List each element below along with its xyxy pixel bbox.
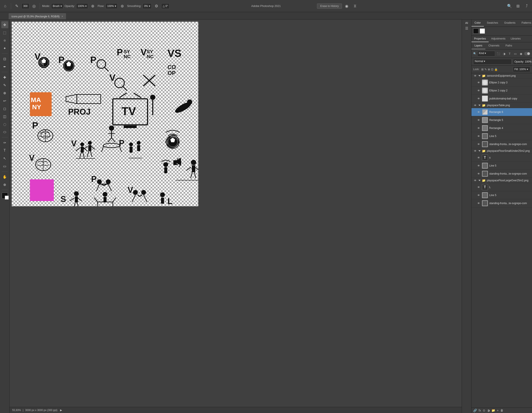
shape-tool[interactable]: ▭ — [1, 163, 8, 170]
layer-item-publicdomain-ball[interactable]: 👁 publicdomainq-ball copy — [471, 95, 532, 103]
home-icon[interactable]: ⌂ — [2, 3, 9, 10]
lasso-tool[interactable]: ⌾ — [1, 37, 8, 44]
zoom-tool[interactable]: ⊕ — [1, 181, 8, 188]
tab-layers[interactable]: Layers — [471, 42, 485, 49]
layer-group-floor-small[interactable]: 👁 📁 playspaceFloorSmallUnder25m2.png — [471, 148, 532, 154]
share-icon[interactable]: ⤴ — [523, 3, 530, 10]
history-brush-tool[interactable]: ↩ — [1, 97, 8, 104]
magic-wand-tool[interactable]: ✦ — [1, 45, 8, 52]
symmetry-icon[interactable]: ⧖ — [352, 3, 358, 10]
move-tool[interactable]: ✥ — [1, 21, 8, 28]
workspace-icon[interactable]: ⊞ — [515, 3, 522, 10]
layer-item-standing3[interactable]: 👁 standing-fronta...te-svgrepo-com — [471, 199, 532, 207]
crop-tool[interactable]: ⊡ — [1, 55, 8, 62]
blur-tool[interactable]: ◌ — [1, 121, 8, 128]
path-selection-tool[interactable]: ↖ — [1, 155, 8, 162]
smoothing-settings-icon[interactable]: ⚙ — [153, 3, 160, 10]
lock-pixels-icon[interactable]: ⊞ — [481, 68, 484, 71]
pixel-filter-icon[interactable]: ⬛ — [496, 51, 501, 56]
brush-tool-icon[interactable]: ✎ — [13, 3, 20, 10]
layer-item-rectangle4[interactable]: 👁 Rectangle 4 — [471, 124, 532, 132]
opacity-field[interactable]: Opacity: 100% ▾ — [513, 59, 530, 65]
hand-tool[interactable]: ✋ — [1, 173, 8, 180]
eye-sensors[interactable]: 👁 — [473, 74, 477, 78]
tab-paths[interactable]: Paths — [503, 42, 515, 49]
layer-item-ellipse2copy3[interactable]: 👁 Ellipse 2 copy 3 — [471, 79, 532, 87]
background-swatch[interactable] — [480, 29, 485, 34]
layer-item-line5-1[interactable]: 👁 Line 5 — [471, 132, 532, 140]
group-arrow-floor-large[interactable] — [478, 180, 481, 181]
properties-icon[interactable]: ☰ — [465, 26, 468, 30]
tab-adjustments[interactable]: Adjustments — [489, 36, 508, 42]
brush-extra-icon[interactable]: ◉ — [343, 3, 350, 10]
foreground-color[interactable] — [2, 193, 8, 199]
layer-item-line5-2[interactable]: 👁 Line 5 — [471, 162, 532, 170]
eye-line5-3[interactable]: 👁 — [477, 194, 481, 197]
layer-group-sensors[interactable]: 👁 📁 sensorsInEquipment.png — [471, 73, 532, 79]
layer-item-text-l[interactable]: 👁 T L — [471, 183, 532, 191]
erase-to-history-button[interactable]: Erase to History — [317, 3, 342, 9]
layer-effects-icon[interactable]: fx — [479, 409, 481, 412]
eye-ellipse2copy3[interactable]: 👁 — [477, 81, 481, 84]
tab-channels[interactable]: Channels — [485, 42, 503, 49]
fill-field[interactable]: Fill: 100% ▾ — [513, 67, 530, 72]
info-arrow[interactable]: ▶ — [60, 409, 62, 412]
search-icon[interactable]: 🔍 — [506, 3, 513, 10]
brush-size-display[interactable]: 300 — [21, 3, 29, 9]
tab-gradients[interactable]: Gradients — [501, 20, 519, 27]
eye-text-s[interactable]: 👁 — [477, 156, 481, 159]
text-tool[interactable]: T — [1, 147, 8, 154]
eye-rectangle6[interactable]: 👁 — [477, 110, 481, 114]
eye-playspace-table[interactable]: 👁 — [473, 104, 477, 107]
tab-properties[interactable]: Properties — [471, 36, 489, 42]
eye-standing1[interactable]: 👁 — [477, 143, 481, 146]
group-arrow-sensors[interactable] — [478, 75, 481, 77]
gradient-tool[interactable]: ◫ — [1, 113, 8, 120]
eye-line5-1[interactable]: 👁 — [477, 135, 481, 138]
eye-publicdomain-ball[interactable]: 👁 — [477, 97, 481, 100]
eye-standing2[interactable]: 👁 — [477, 172, 481, 176]
lock-all-icon[interactable]: ⊡ — [491, 68, 493, 71]
tab-close-icon[interactable]: ✕ — [61, 15, 63, 18]
eye-standing3[interactable]: 👁 — [477, 202, 481, 205]
eye-line5-2[interactable]: 👁 — [477, 164, 481, 167]
tab-libraries[interactable]: Libraries — [508, 36, 523, 42]
eye-text-l[interactable]: 👁 — [477, 186, 481, 189]
flow-pressure-icon[interactable]: ⊛ — [119, 3, 126, 10]
tab-patterns[interactable]: Patterns — [519, 20, 532, 27]
canvas[interactable]: V P P P — [12, 22, 198, 206]
new-group-icon[interactable]: 📁 — [491, 409, 495, 412]
dodge-tool[interactable]: ⬭ — [1, 128, 8, 136]
filter-toggle[interactable] — [524, 52, 530, 55]
angle-field[interactable]: △ 0° — [161, 3, 170, 9]
eye-rectangle4[interactable]: 👁 — [477, 127, 481, 130]
add-mask-icon[interactable]: ⊙ — [483, 409, 485, 412]
layer-item-text-s[interactable]: 👁 T s — [471, 154, 532, 162]
group-arrow-floor-small[interactable] — [478, 150, 481, 152]
selection-tool[interactable]: ⬚ — [1, 29, 8, 36]
new-layer-icon[interactable]: + — [497, 409, 499, 412]
adjustment-filter-icon[interactable]: ◑ — [502, 51, 506, 56]
layer-item-standing1[interactable]: 👁 standing-fronta...te-svgrepo-com — [471, 140, 532, 148]
layer-group-floor-large[interactable]: 👁 📁 playspaceFloorLargeOver25m2.png — [471, 178, 532, 183]
type-filter-icon[interactable]: T — [507, 51, 512, 56]
foreground-swatch[interactable] — [473, 29, 478, 34]
ai-icon[interactable]: AI — [465, 21, 468, 25]
eye-floor-large[interactable]: 👁 — [473, 179, 477, 182]
kind-select[interactable]: Kind ▾ — [477, 51, 495, 57]
shape-filter-icon[interactable]: ▭ — [513, 51, 518, 56]
smart-filter-icon[interactable]: ◉ — [519, 51, 523, 56]
layer-item-line5-3[interactable]: 👁 Line 5 — [471, 191, 532, 199]
group-arrow-playspace-table[interactable] — [478, 105, 481, 106]
lock-lock-icon[interactable]: 🔒 — [494, 68, 498, 71]
delete-layer-icon[interactable]: 🗑 — [500, 409, 503, 412]
smoothing-field[interactable]: 0% ▾ — [142, 3, 152, 9]
layer-group-playspace-table[interactable]: 👁 📁 playspaceTable.png — [471, 103, 532, 108]
brush-settings-icon[interactable]: ◎ — [31, 3, 38, 10]
eye-rectangle5[interactable]: 👁 — [477, 118, 481, 122]
layer-item-ellipse2copy2[interactable]: 👁 Ellipse 2 copy 2 — [471, 87, 532, 95]
lock-position-icon[interactable]: ✎ — [484, 68, 487, 71]
layer-item-rectangle5[interactable]: 👁 Rectangle 5 — [471, 116, 532, 124]
eraser-tool[interactable]: ◻ — [1, 105, 8, 112]
blend-mode-select[interactable]: Normal ▾ — [473, 59, 512, 65]
